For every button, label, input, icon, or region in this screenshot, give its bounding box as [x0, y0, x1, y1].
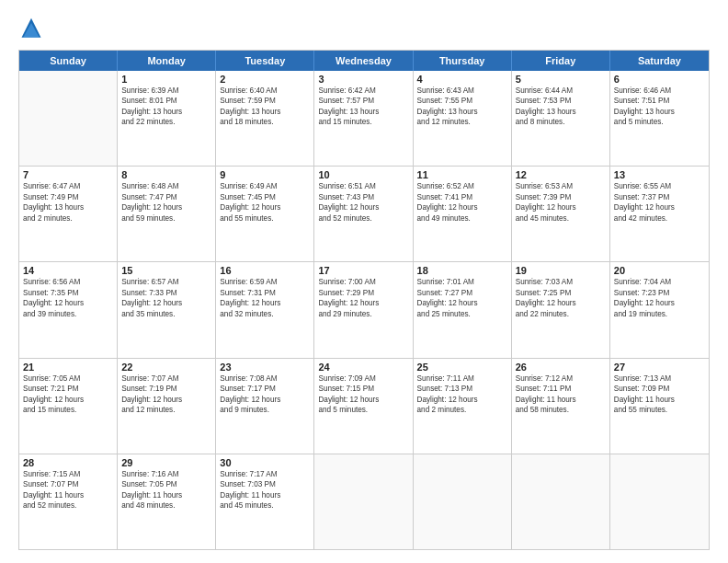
cell-line: Sunset: 7:13 PM [417, 384, 507, 394]
cell-line: Sunrise: 6:40 AM [220, 86, 310, 96]
cell-line: and 35 minutes. [121, 309, 211, 319]
calendar-cell [414, 454, 512, 549]
cell-line: Sunrise: 6:56 AM [23, 277, 113, 287]
calendar-cell: 25Sunrise: 7:11 AMSunset: 7:13 PMDayligh… [414, 359, 512, 454]
cell-line: Sunset: 7:53 PM [516, 96, 606, 106]
calendar-cell [610, 454, 709, 549]
cell-line: Sunrise: 7:12 AM [516, 373, 606, 384]
cell-line: Sunset: 7:45 PM [220, 192, 310, 202]
cell-line: Sunrise: 6:47 AM [23, 181, 113, 191]
cell-line: Sunset: 7:11 PM [516, 384, 606, 394]
header-cell-monday: Monday [118, 51, 216, 71]
cell-line: and 12 minutes. [121, 405, 211, 415]
cell-line: Daylight: 13 hours [121, 107, 211, 117]
calendar-row-2: 14Sunrise: 6:56 AMSunset: 7:35 PMDayligh… [19, 262, 709, 358]
header-cell-thursday: Thursday [414, 51, 512, 71]
calendar-cell: 20Sunrise: 7:04 AMSunset: 7:23 PMDayligh… [610, 262, 709, 357]
cell-line: Sunrise: 6:39 AM [121, 86, 211, 96]
calendar-cell: 23Sunrise: 7:08 AMSunset: 7:17 PMDayligh… [216, 359, 314, 454]
cell-line: and 42 minutes. [614, 213, 705, 224]
logo [18, 17, 48, 42]
cell-line: Sunrise: 7:13 AM [614, 373, 705, 384]
calendar-cell: 18Sunrise: 7:01 AMSunset: 7:27 PMDayligh… [414, 262, 512, 357]
day-number: 24 [318, 362, 408, 373]
cell-line: Sunset: 7:43 PM [318, 192, 408, 202]
calendar-cell: 11Sunrise: 6:52 AMSunset: 7:41 PMDayligh… [414, 167, 512, 261]
calendar-cell: 22Sunrise: 7:07 AMSunset: 7:19 PMDayligh… [118, 359, 216, 454]
cell-line: Sunrise: 7:16 AM [121, 469, 211, 479]
cell-line: Sunrise: 6:42 AM [318, 86, 408, 96]
cell-line: and 52 minutes. [23, 500, 113, 511]
cell-line: Sunset: 7:15 PM [318, 384, 408, 394]
cell-line: Sunset: 7:57 PM [318, 96, 408, 106]
day-number: 18 [417, 265, 507, 276]
cell-line: Sunrise: 7:05 AM [23, 373, 113, 384]
day-number: 19 [516, 265, 606, 276]
calendar-row-0: 1Sunrise: 6:39 AMSunset: 8:01 PMDaylight… [19, 71, 709, 167]
cell-line: Sunset: 7:03 PM [220, 479, 310, 489]
cell-line: Sunset: 7:35 PM [23, 288, 113, 298]
cell-line: Daylight: 12 hours [417, 395, 507, 405]
calendar-cell: 15Sunrise: 6:57 AMSunset: 7:33 PMDayligh… [118, 262, 216, 357]
cell-line: Daylight: 12 hours [614, 298, 705, 308]
cell-line: Sunset: 7:23 PM [614, 288, 705, 298]
calendar-cell: 6Sunrise: 6:46 AMSunset: 7:51 PMDaylight… [610, 71, 709, 166]
cell-line: Sunset: 7:21 PM [23, 384, 113, 394]
cell-line: and 49 minutes. [417, 213, 507, 224]
cell-line: Daylight: 13 hours [318, 107, 408, 117]
cell-line: Sunset: 7:25 PM [516, 288, 606, 298]
calendar-cell: 7Sunrise: 6:47 AMSunset: 7:49 PMDaylight… [19, 167, 118, 261]
cell-line: Sunset: 7:27 PM [417, 288, 507, 298]
cell-line: Daylight: 12 hours [121, 395, 211, 405]
cell-line: Sunset: 7:07 PM [23, 479, 113, 489]
cell-line: Daylight: 12 hours [23, 298, 113, 308]
cell-line: and 59 minutes. [121, 213, 211, 224]
cell-line: Daylight: 12 hours [614, 202, 705, 213]
cell-line: Sunset: 7:41 PM [417, 192, 507, 202]
calendar-cell: 26Sunrise: 7:12 AMSunset: 7:11 PMDayligh… [512, 359, 610, 454]
logo-icon [18, 17, 44, 42]
day-number: 1 [121, 74, 211, 85]
header-cell-friday: Friday [512, 51, 610, 71]
cell-line: and 19 minutes. [614, 309, 705, 319]
calendar-cell [512, 454, 610, 549]
cell-line: Sunset: 7:29 PM [318, 288, 408, 298]
cell-line: Sunrise: 6:49 AM [220, 181, 310, 191]
cell-line: Daylight: 12 hours [318, 202, 408, 213]
cell-line: Sunrise: 6:44 AM [516, 86, 606, 96]
header-cell-saturday: Saturday [610, 51, 709, 71]
cell-line: Sunset: 7:09 PM [614, 384, 705, 394]
day-number: 17 [318, 265, 408, 276]
calendar-cell: 10Sunrise: 6:51 AMSunset: 7:43 PMDayligh… [314, 167, 413, 261]
cell-line: Sunrise: 6:51 AM [318, 181, 408, 191]
cell-line: and 45 minutes. [220, 500, 310, 511]
cell-line: Sunrise: 6:48 AM [121, 181, 211, 191]
calendar-cell [19, 71, 118, 166]
day-number: 6 [614, 74, 705, 85]
cell-line: Daylight: 12 hours [516, 298, 606, 308]
day-number: 28 [23, 457, 113, 468]
calendar-cell: 27Sunrise: 7:13 AMSunset: 7:09 PMDayligh… [610, 359, 709, 454]
day-number: 27 [614, 362, 705, 373]
cell-line: Daylight: 12 hours [121, 202, 211, 213]
calendar-cell: 19Sunrise: 7:03 AMSunset: 7:25 PMDayligh… [512, 262, 610, 357]
cell-line: and 18 minutes. [220, 117, 310, 127]
cell-line: and 55 minutes. [220, 213, 310, 224]
cell-line: Sunrise: 7:04 AM [614, 277, 705, 287]
cell-line: and 5 minutes. [614, 117, 705, 127]
cell-line: and 2 minutes. [417, 405, 507, 415]
cell-line: Daylight: 12 hours [220, 202, 310, 213]
cell-line: Sunrise: 7:00 AM [318, 277, 408, 287]
cell-line: Daylight: 13 hours [417, 107, 507, 117]
cell-line: Daylight: 12 hours [516, 202, 606, 213]
cell-line: and 2 minutes. [23, 213, 113, 224]
calendar-cell: 28Sunrise: 7:15 AMSunset: 7:07 PMDayligh… [19, 454, 118, 549]
cell-line: Sunset: 7:19 PM [121, 384, 211, 394]
cell-line: and 29 minutes. [318, 309, 408, 319]
day-number: 14 [23, 265, 113, 276]
cell-line: and 25 minutes. [417, 309, 507, 319]
cell-line: Sunrise: 6:43 AM [417, 86, 507, 96]
cell-line: Daylight: 13 hours [614, 107, 705, 117]
cell-line: Sunset: 7:31 PM [220, 288, 310, 298]
cell-line: Sunrise: 6:52 AM [417, 181, 507, 191]
